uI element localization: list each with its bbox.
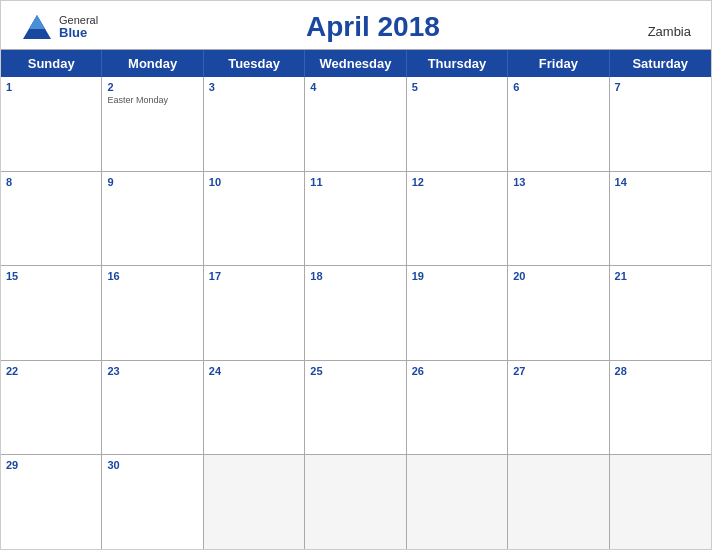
header-tuesday: Tuesday (204, 50, 305, 77)
header-thursday: Thursday (407, 50, 508, 77)
country-label: Zambia (648, 24, 691, 43)
day-cell-2-3: 10 (204, 172, 305, 266)
week-row-3: 15161718192021 (1, 266, 711, 361)
header-friday: Friday (508, 50, 609, 77)
day-cell-5-5 (407, 455, 508, 549)
day-number-15: 15 (6, 269, 96, 283)
day-cell-3-3: 17 (204, 266, 305, 360)
day-number-4: 4 (310, 80, 400, 94)
day-number-18: 18 (310, 269, 400, 283)
day-cell-2-4: 11 (305, 172, 406, 266)
logo-icon (21, 11, 53, 43)
day-cell-1-5: 5 (407, 77, 508, 171)
logo-area: General Blue (21, 11, 98, 43)
day-cell-2-7: 14 (610, 172, 711, 266)
day-number-21: 21 (615, 269, 706, 283)
calendar-header: General Blue April 2018 Zambia (1, 1, 711, 49)
day-number-26: 26 (412, 364, 502, 378)
day-number-3: 3 (209, 80, 299, 94)
day-number-17: 17 (209, 269, 299, 283)
week-row-1: 12Easter Monday34567 (1, 77, 711, 172)
weeks-container: 12Easter Monday3456789101112131415161718… (1, 77, 711, 549)
day-cell-5-3 (204, 455, 305, 549)
day-number-7: 7 (615, 80, 706, 94)
day-cell-5-4 (305, 455, 406, 549)
day-number-12: 12 (412, 175, 502, 189)
day-cell-3-2: 16 (102, 266, 203, 360)
day-cell-4-1: 22 (1, 361, 102, 455)
day-number-29: 29 (6, 458, 96, 472)
day-cell-4-2: 23 (102, 361, 203, 455)
day-number-1: 1 (6, 80, 96, 94)
day-cell-4-3: 24 (204, 361, 305, 455)
day-number-5: 5 (412, 80, 502, 94)
day-cell-1-1: 1 (1, 77, 102, 171)
day-number-27: 27 (513, 364, 603, 378)
day-cell-2-2: 9 (102, 172, 203, 266)
day-cell-5-1: 29 (1, 455, 102, 549)
logo-text: General Blue (59, 14, 98, 40)
day-number-13: 13 (513, 175, 603, 189)
day-number-24: 24 (209, 364, 299, 378)
header-sunday: Sunday (1, 50, 102, 77)
day-number-9: 9 (107, 175, 197, 189)
day-headers: Sunday Monday Tuesday Wednesday Thursday… (1, 50, 711, 77)
calendar: General Blue April 2018 Zambia Sunday Mo… (0, 0, 712, 550)
day-cell-3-7: 21 (610, 266, 711, 360)
calendar-grid: Sunday Monday Tuesday Wednesday Thursday… (1, 49, 711, 549)
day-cell-5-7 (610, 455, 711, 549)
day-cell-4-6: 27 (508, 361, 609, 455)
logo-blue-label: Blue (59, 26, 98, 40)
week-row-4: 22232425262728 (1, 361, 711, 456)
header-wednesday: Wednesday (305, 50, 406, 77)
day-number-14: 14 (615, 175, 706, 189)
day-cell-2-1: 8 (1, 172, 102, 266)
day-cell-4-7: 28 (610, 361, 711, 455)
day-cell-1-3: 3 (204, 77, 305, 171)
day-number-22: 22 (6, 364, 96, 378)
day-number-6: 6 (513, 80, 603, 94)
day-cell-4-4: 25 (305, 361, 406, 455)
day-number-23: 23 (107, 364, 197, 378)
day-cell-1-7: 7 (610, 77, 711, 171)
day-cell-5-2: 30 (102, 455, 203, 549)
day-number-19: 19 (412, 269, 502, 283)
day-number-8: 8 (6, 175, 96, 189)
svg-marker-1 (29, 15, 45, 29)
calendar-title: April 2018 (306, 11, 440, 43)
header-monday: Monday (102, 50, 203, 77)
week-row-5: 2930 (1, 455, 711, 549)
day-cell-4-5: 26 (407, 361, 508, 455)
day-cell-3-5: 19 (407, 266, 508, 360)
header-saturday: Saturday (610, 50, 711, 77)
day-number-16: 16 (107, 269, 197, 283)
day-number-2: 2 (107, 80, 197, 94)
day-cell-3-4: 18 (305, 266, 406, 360)
day-cell-3-1: 15 (1, 266, 102, 360)
day-number-10: 10 (209, 175, 299, 189)
day-number-20: 20 (513, 269, 603, 283)
day-cell-1-4: 4 (305, 77, 406, 171)
day-cell-2-6: 13 (508, 172, 609, 266)
day-cell-2-5: 12 (407, 172, 508, 266)
day-cell-3-6: 20 (508, 266, 609, 360)
day-cell-1-2: 2Easter Monday (102, 77, 203, 171)
day-cell-1-6: 6 (508, 77, 609, 171)
day-number-11: 11 (310, 175, 400, 189)
day-number-30: 30 (107, 458, 197, 472)
day-number-25: 25 (310, 364, 400, 378)
holiday-label-2: Easter Monday (107, 95, 197, 106)
day-cell-5-6 (508, 455, 609, 549)
week-row-2: 891011121314 (1, 172, 711, 267)
day-number-28: 28 (615, 364, 706, 378)
